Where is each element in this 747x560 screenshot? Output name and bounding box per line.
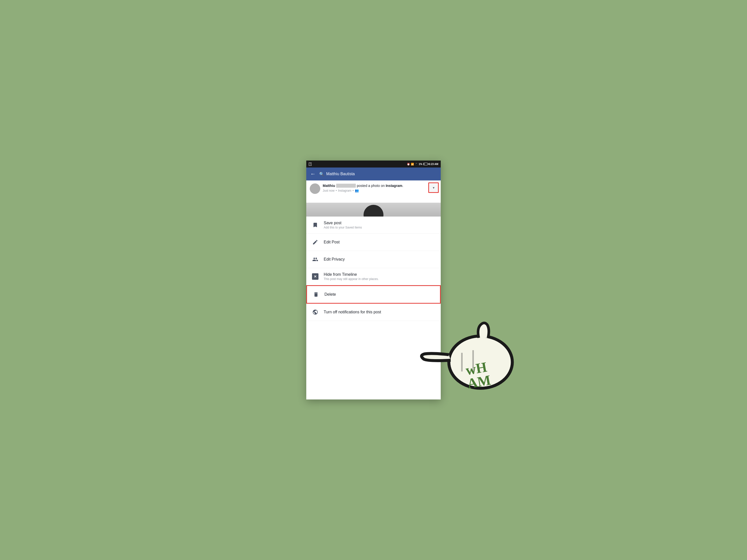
notifications-label: Turn off notifications for this post — [324, 310, 436, 314]
save-post-sublabel: Add this to your Saved Items — [324, 226, 436, 229]
search-text: Matthiu Bautista — [326, 172, 355, 176]
signal-icon: 📱 — [415, 163, 418, 165]
phone-screen: ! ⏰ 📶 📱 1% 6:23 AM ← 🔍 Matthiu Bautista … — [306, 161, 441, 399]
back-button[interactable]: ← — [309, 170, 317, 178]
alert-icon: ! — [309, 162, 311, 166]
post-meta: Just now • Instagram • 👥 — [323, 189, 437, 192]
search-icon: 🔍 — [319, 172, 324, 177]
avatar — [310, 183, 320, 194]
edit-post-label: Edit Post — [324, 240, 436, 244]
timestamp: Just now — [323, 189, 334, 192]
friends-icon: 👥 — [355, 189, 359, 192]
menu-item-delete[interactable]: Delete — [306, 285, 441, 304]
alarm-icon: ⏰ — [407, 163, 410, 165]
x-box-inner: ✕ — [312, 273, 318, 280]
menu-item-save-post[interactable]: Save post Add this to your Saved Items — [306, 216, 441, 234]
author-name: Matthiu ████████ — [323, 184, 356, 188]
menu-item-edit-privacy[interactable]: Edit Privacy — [306, 251, 441, 268]
hide-timeline-sublabel: This post may still appear in other plac… — [324, 277, 436, 281]
save-post-text: Save post Add this to your Saved Items — [324, 221, 436, 229]
status-bar: ! ⏰ 📶 📱 1% 6:23 AM — [306, 161, 441, 167]
time-display: 6:23 AM — [429, 163, 438, 165]
post-title: Matthiu ████████ posted a photo on Insta… — [323, 183, 437, 188]
image-circle-preview — [364, 205, 383, 217]
battery-percent: 1% — [419, 163, 422, 165]
x-box-icon: ✕ — [311, 272, 320, 281]
dropdown-button[interactable]: ▾ — [428, 182, 439, 193]
separator1: • — [336, 189, 337, 192]
post-info: Matthiu ████████ posted a photo on Insta… — [323, 183, 437, 192]
chevron-down-icon: ▾ — [433, 186, 435, 190]
delete-label: Delete — [325, 292, 436, 297]
menu-item-edit-post[interactable]: Edit Post — [306, 234, 441, 251]
image-preview — [306, 203, 441, 216]
status-left: ! — [309, 162, 311, 166]
edit-privacy-label: Edit Privacy — [324, 257, 436, 262]
globe-icon — [311, 308, 320, 317]
bookmark-icon — [311, 220, 320, 230]
menu-list: Save post Add this to your Saved Items E… — [306, 216, 441, 399]
trash-icon — [311, 290, 320, 299]
wifi-icon: 📶 — [411, 163, 414, 165]
hide-timeline-text: Hide from Timeline This post may still a… — [324, 272, 436, 281]
notifications-text: Turn off notifications for this post — [324, 310, 436, 314]
post-source: Instagram — [338, 189, 351, 192]
status-right: ⏰ 📶 📱 1% 6:23 AM — [407, 163, 438, 165]
delete-text: Delete — [325, 292, 436, 297]
save-post-label: Save post — [324, 221, 436, 225]
post-preview: Matthiu ████████ posted a photo on Insta… — [306, 181, 441, 203]
post-action: posted a photo on — [357, 184, 386, 188]
menu-item-notifications[interactable]: Turn off notifications for this post — [306, 304, 441, 321]
separator2: • — [353, 189, 354, 192]
pencil-icon — [311, 238, 320, 247]
menu-item-hide-timeline[interactable]: ✕ Hide from Timeline This post may still… — [306, 268, 441, 285]
hide-timeline-label: Hide from Timeline — [324, 272, 436, 277]
nav-bar: ← 🔍 Matthiu Bautista — [306, 167, 441, 181]
people-icon — [311, 255, 320, 264]
battery-icon — [423, 163, 428, 165]
post-platform: Instagram — [386, 184, 403, 188]
search-container: 🔍 Matthiu Bautista — [319, 172, 438, 177]
edit-privacy-text: Edit Privacy — [324, 257, 436, 262]
edit-post-text: Edit Post — [324, 240, 436, 244]
